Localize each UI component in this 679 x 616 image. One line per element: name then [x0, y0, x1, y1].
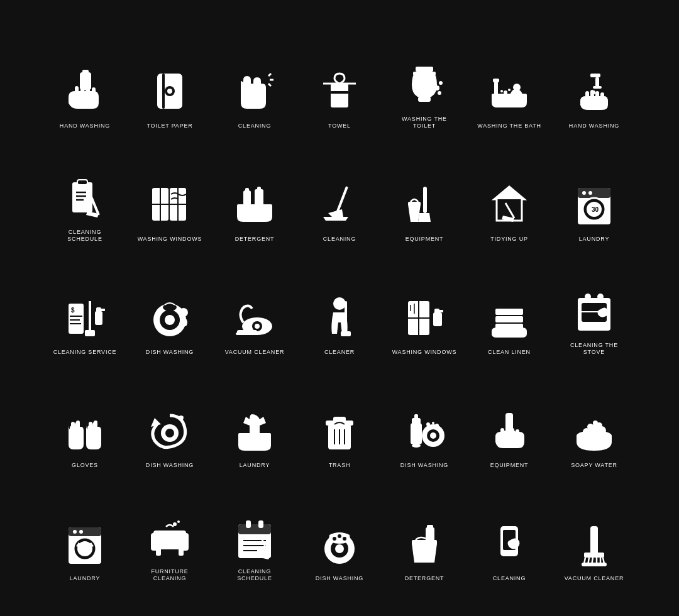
cleaner-label: Cleaner [324, 349, 355, 356]
washing-bath-icon [484, 66, 534, 116]
vacuum-cleaner-icon-1 [229, 292, 280, 343]
cleaning-schedule-icon-1 [60, 172, 110, 223]
svg-point-26 [504, 91, 507, 94]
svg-point-57 [253, 207, 257, 211]
svg-rect-137 [500, 428, 504, 436]
svg-point-176 [343, 537, 346, 541]
svg-rect-4 [80, 85, 84, 95]
svg-point-70 [582, 191, 586, 195]
svg-rect-114 [94, 421, 97, 428]
svg-point-147 [593, 421, 598, 426]
svg-point-91 [333, 297, 346, 310]
equipment-label-1: Equipment [406, 236, 444, 243]
svg-point-132 [426, 422, 430, 426]
laundry-label-1: Laundry [579, 236, 609, 243]
dish-washing-icon-4 [314, 519, 365, 569]
svg-point-186 [507, 557, 511, 561]
svg-rect-24 [493, 79, 499, 82]
hand-washing-label-2: Hand Washing [569, 123, 619, 130]
svg-point-133 [432, 422, 434, 424]
icon-cell-towel: Towel [299, 28, 380, 135]
svg-rect-104 [495, 316, 523, 322]
icon-cell-cleaning-3: Cleaning [468, 481, 550, 588]
svg-point-117 [165, 429, 174, 437]
svg-rect-166 [258, 520, 263, 528]
detergent-label-1: Detergent [235, 236, 275, 243]
svg-rect-34 [585, 91, 589, 99]
svg-rect-188 [584, 553, 604, 558]
icon-cell-laundry-1: 30 Laundry [553, 141, 635, 248]
cleaning-glove-icon [229, 66, 280, 116]
svg-point-88 [255, 324, 260, 329]
trash-label: Trash [329, 462, 351, 470]
svg-point-182 [427, 547, 432, 553]
svg-marker-115 [151, 418, 161, 427]
svg-point-71 [588, 191, 592, 195]
svg-point-19 [434, 85, 439, 91]
icon-cell-dish-washing-3: Dish Washing [384, 368, 465, 475]
icon-cell-dish-washing-1: Dish Washing [129, 255, 211, 361]
svg-point-134 [435, 424, 439, 427]
icon-cell-vacuum-cleaner-2: Vacuum Cleaner [553, 481, 635, 588]
vacuum-cleaner-label-1: Vacuum Cleaner [225, 349, 285, 356]
svg-rect-159 [156, 548, 161, 556]
toilet-paper-label: Toilet Paper [146, 123, 192, 130]
svg-rect-61 [423, 187, 427, 213]
tidying-up-icon [484, 179, 534, 229]
equipment-icon-1 [399, 179, 450, 229]
svg-rect-195 [582, 563, 607, 566]
svg-rect-78 [85, 330, 95, 336]
vacuum-cleaner-label-2: Vacuum Cleaner [565, 575, 624, 583]
svg-point-56 [246, 209, 251, 214]
svg-rect-164 [238, 524, 271, 534]
svg-rect-112 [76, 421, 80, 428]
svg-point-175 [338, 534, 341, 538]
svg-rect-178 [426, 527, 434, 544]
svg-point-154 [79, 530, 83, 534]
svg-rect-98 [433, 312, 442, 326]
svg-text:30: 30 [592, 206, 599, 213]
icon-cell-cleaning-schedule-2: Cleaning Schedule [214, 481, 295, 588]
icon-cell-vacuum-cleaner-1: Vacuum Cleaner [214, 255, 295, 361]
icon-grid: Hand Washing Toilet Paper Cleaning [19, 3, 660, 613]
cleaning-stove-label: Cleaning The Stove [560, 342, 629, 356]
svg-rect-103 [495, 309, 523, 315]
svg-rect-38 [72, 182, 92, 212]
svg-rect-31 [593, 86, 602, 89]
tidying-up-label: Tidying Up [490, 236, 528, 243]
washing-windows-label-1: Washing Windows [138, 236, 202, 243]
gloves-label: Gloves [72, 462, 98, 470]
towel-label: Towel [328, 123, 351, 130]
toilet-paper-icon [145, 66, 195, 116]
icon-cell-clean-linen: Clean Linen [468, 255, 550, 361]
icon-cell-equipment-1: Equipment [384, 141, 465, 248]
svg-rect-140 [516, 429, 519, 434]
svg-rect-111 [71, 422, 75, 428]
svg-point-183 [420, 553, 424, 557]
svg-rect-121 [333, 417, 346, 422]
svg-rect-36 [595, 91, 599, 99]
svg-point-162 [177, 520, 180, 523]
svg-point-20 [439, 81, 443, 85]
dish-washing-label-3: Dish Washing [400, 462, 448, 470]
svg-point-180 [416, 547, 421, 553]
icon-cell-trash: Trash [299, 368, 380, 475]
laundry-icon-1: 30 [569, 179, 619, 229]
svg-point-181 [422, 546, 426, 549]
cleaning-service-icon: $ [60, 292, 110, 343]
washing-toilet-label: Washing The Toilet [390, 116, 459, 130]
icon-cell-washing-windows-1: Washing Windows [129, 141, 211, 248]
svg-rect-157 [151, 533, 158, 551]
svg-rect-52 [243, 190, 251, 206]
detergent-label-2: Detergent [405, 575, 444, 583]
icon-cell-cleaning-schedule-1: Cleaning Schedule [44, 141, 126, 248]
detergent-icon-1 [229, 179, 280, 229]
svg-point-173 [335, 544, 344, 553]
svg-point-85 [179, 308, 188, 317]
svg-rect-90 [236, 333, 241, 335]
clean-linen-label: Clean Linen [488, 349, 531, 356]
cleaning-schedule-icon-2 [229, 512, 280, 562]
towel-icon [314, 66, 365, 116]
svg-rect-37 [600, 92, 604, 99]
clean-linen-icon [484, 292, 534, 343]
